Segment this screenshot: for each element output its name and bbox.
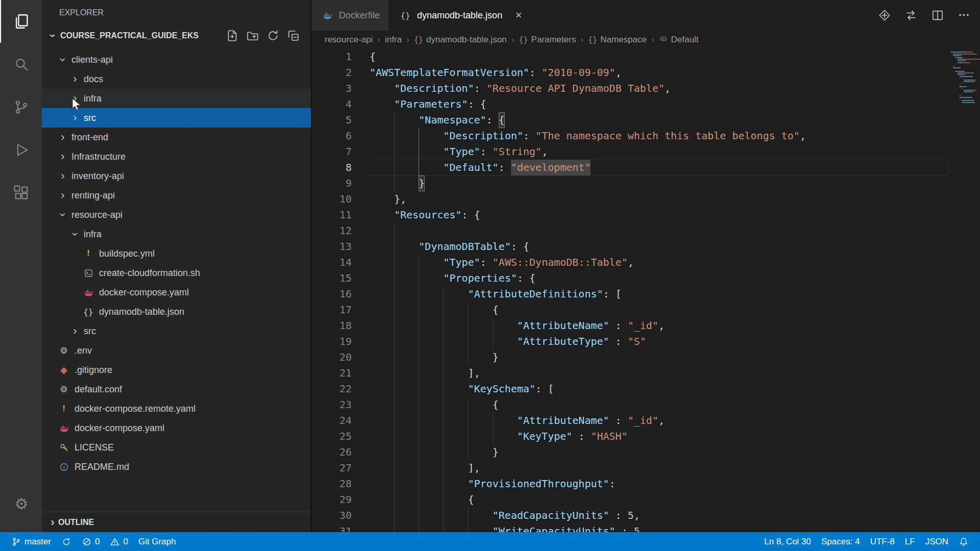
tree-item-buildspec-yml[interactable]: !buildspec.yml <box>42 244 311 263</box>
code-line-16[interactable]: 16"AttributeDefinitions": [ <box>311 286 949 302</box>
minimap-line <box>951 83 978 84</box>
code-line-19[interactable]: 19"AttributeType" : "S" <box>311 334 949 349</box>
code-line-20[interactable]: 20} <box>311 349 949 365</box>
workspace-section-header[interactable]: › COURSE_PRACTICAL_GUIDE_EKS <box>42 26 311 46</box>
tree-item-docker-compose-remote-yaml[interactable]: !docker-compose.remote.yaml <box>42 399 311 418</box>
code-line-11[interactable]: 11"Resources": { <box>311 207 949 223</box>
tree-item-clients-api[interactable]: ›clients-api <box>42 50 311 69</box>
new-file-button[interactable] <box>226 30 238 42</box>
tree-item-create-cloudformation-sh[interactable]: create-cloudformation.sh <box>42 263 311 283</box>
crumb-default[interactable]: abcDefault <box>659 35 699 45</box>
activity-search[interactable] <box>0 43 42 86</box>
code-line-21[interactable]: 21], <box>311 365 949 381</box>
tree-item-src[interactable]: ›src <box>42 108 311 128</box>
tree-item-renting-api[interactable]: ›renting-api <box>42 186 311 205</box>
code-line-27[interactable]: 27], <box>311 460 949 476</box>
code-token: : <box>511 239 523 255</box>
code-line-10[interactable]: 10}, <box>311 191 949 207</box>
code-line-5[interactable]: 5"Namespace": { <box>311 112 949 128</box>
activity-source-control[interactable] <box>0 86 42 129</box>
minimap-line <box>951 50 978 51</box>
status-warnings[interactable]: 0 <box>105 532 133 551</box>
indent-guide <box>394 381 419 397</box>
split-editor-icon[interactable] <box>931 9 944 22</box>
code-line-13[interactable]: 13"DynamoDBTable": { <box>311 239 949 255</box>
tree-item-src[interactable]: ›src <box>42 321 311 341</box>
code-line-24[interactable]: 24"AttributeName" : "_id", <box>311 413 949 429</box>
status-git-branch[interactable]: master <box>6 532 56 551</box>
minimap-token <box>972 97 972 98</box>
code-line-12[interactable]: 12 <box>311 223 949 239</box>
activity-settings[interactable]: ⚙ <box>0 482 42 525</box>
chevron-down-icon: › <box>57 209 68 220</box>
tab-dynamodb-table-json[interactable]: {}dynamodb-table.json× <box>389 0 534 31</box>
code-line-29[interactable]: 29{ <box>311 492 949 508</box>
code-line-17[interactable]: 17{ <box>311 302 949 318</box>
activity-explorer[interactable] <box>0 0 42 43</box>
status-language-mode[interactable]: JSON <box>920 532 953 551</box>
open-changes-icon[interactable] <box>878 9 891 22</box>
indent-guide <box>394 176 419 191</box>
crumb-dynamodb-table-json[interactable]: {}dynamodb-table.json <box>414 35 507 45</box>
code-line-26[interactable]: 26} <box>311 444 949 460</box>
crumb-infra[interactable]: infra <box>385 35 402 45</box>
more-actions-icon[interactable]: ··· <box>958 9 971 22</box>
outline-section-header[interactable]: › OUTLINE <box>42 512 311 532</box>
code-line-22[interactable]: 22"KeySchema": [ <box>311 381 949 397</box>
code-line-15[interactable]: 15"Properties": { <box>311 270 949 286</box>
code-line-8[interactable]: 8"Default": "development" <box>311 160 949 176</box>
crumb-resource-api[interactable]: resource-api <box>325 35 373 45</box>
status-errors[interactable]: 0 <box>77 532 105 551</box>
tree-item-infrastructure[interactable]: ›Infrastructure <box>42 147 311 166</box>
tree-item-env[interactable]: ⚙.env <box>42 341 311 360</box>
compare-changes-icon[interactable] <box>904 9 918 22</box>
tree-item-front-end[interactable]: ›front-end <box>42 128 311 147</box>
tree-item-inventory-api[interactable]: ›inventory-api <box>42 166 311 186</box>
status-notifications[interactable] <box>953 532 974 551</box>
tree-item-docker-compose-yaml[interactable]: docker-compose.yaml <box>42 283 311 302</box>
tree-item-gitignore[interactable]: ◆.gitignore <box>42 360 311 380</box>
status-eol[interactable]: LF <box>900 532 920 551</box>
code-line-3[interactable]: 3"Description": "Resource API DynamoDB T… <box>311 81 949 96</box>
tree-item-resource-api[interactable]: ›resource-api <box>42 205 311 224</box>
tree-item-readme-md[interactable]: README.md <box>42 457 311 477</box>
refresh-explorer-button[interactable] <box>267 30 279 42</box>
status-encoding[interactable]: UTF-8 <box>865 532 900 551</box>
status-git-graph[interactable]: Git Graph <box>133 532 181 551</box>
code-line-18[interactable]: 18"AttributeName" : "_id", <box>311 318 949 334</box>
code-line-2[interactable]: 2"AWSTemplateFormatVersion": "2010-09-09… <box>311 65 949 81</box>
tree-item-infra[interactable]: ›infra <box>42 89 311 108</box>
code-line-31[interactable]: 31"WriteCapacityUnits" : 5, <box>311 523 949 532</box>
tree-item-default-conf[interactable]: ⚙default.conf <box>42 380 311 399</box>
crumb-parameters[interactable]: {}Parameters <box>519 35 576 45</box>
code-line-4[interactable]: 4"Parameters": { <box>311 96 949 112</box>
new-folder-button[interactable] <box>247 30 259 42</box>
tree-item-license[interactable]: LICENSE <box>42 438 311 457</box>
crumb-namespace[interactable]: {}Namespace <box>588 35 647 45</box>
tree-item-dynamodb-table-json[interactable]: {}dynamodb-table.json <box>42 302 311 321</box>
tree-item-docs[interactable]: ›docs <box>42 69 311 89</box>
tree-item-label: front-end <box>71 132 108 143</box>
tree-item-docker-compose-yaml[interactable]: docker-compose.yaml <box>42 418 311 438</box>
code-line-30[interactable]: 30"ReadCapacityUnits" : 5, <box>311 508 949 523</box>
code-editor[interactable]: 1{2"AWSTemplateFormatVersion": "2010-09-… <box>311 49 949 532</box>
tree-item-infra[interactable]: ›infra <box>42 224 311 244</box>
code-line-1[interactable]: 1{ <box>311 49 949 65</box>
code-line-25[interactable]: 25"KeyType" : "HASH" <box>311 429 949 444</box>
status-sync[interactable] <box>56 532 77 551</box>
code-line-6[interactable]: 6"Description": "The namespace which thi… <box>311 128 949 144</box>
status-indentation[interactable]: Spaces: 4 <box>816 532 865 551</box>
code-line-23[interactable]: 23{ <box>311 397 949 413</box>
activity-extensions[interactable] <box>0 171 42 214</box>
code-line-14[interactable]: 14"Type": "AWS::DynamoDB::Table", <box>311 255 949 270</box>
tab-dockerfile[interactable]: Dockerfile <box>311 0 389 31</box>
minimap[interactable] <box>949 49 980 532</box>
close-icon[interactable]: × <box>512 10 525 21</box>
code-line-9[interactable]: 9} <box>311 176 949 191</box>
code-line-28[interactable]: 28"ProvisionedThroughput": <box>311 476 949 492</box>
activity-run-debug[interactable] <box>0 129 42 171</box>
status-cursor-position[interactable]: Ln 8, Col 30 <box>759 532 816 551</box>
collapse-folders-button[interactable] <box>287 30 300 42</box>
code-line-7[interactable]: 7"Type": "String", <box>311 144 949 160</box>
minimap-token <box>955 57 961 58</box>
